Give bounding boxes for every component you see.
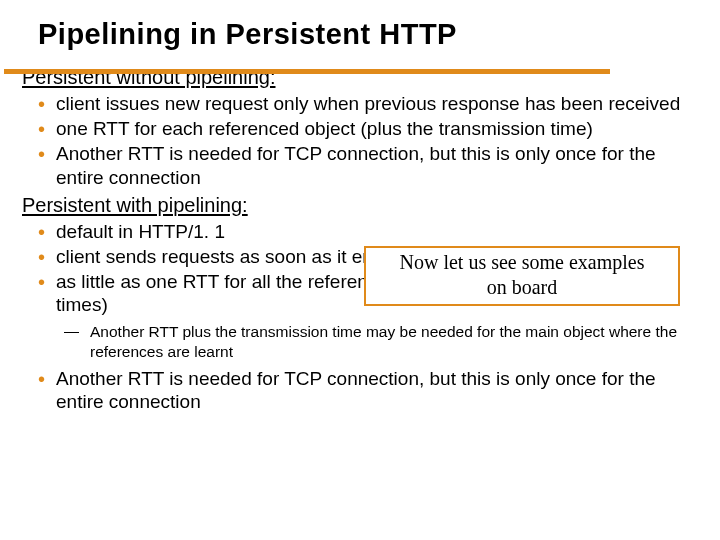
bullet-list-without: client issues new request only when prev… — [22, 92, 698, 189]
callout-box: Now let us see some examples on board — [364, 246, 680, 306]
list-item: client issues new request only when prev… — [56, 92, 698, 115]
section-heading-with: Persistent with pipelining: — [22, 193, 698, 218]
list-item: Another RTT is needed for TCP connection… — [56, 142, 698, 188]
list-item: default in HTTP/1. 1 — [56, 220, 698, 243]
list-item: one RTT for each referenced object (plus… — [56, 117, 698, 140]
sub-list-item: Another RTT plus the transmission time m… — [90, 322, 698, 361]
callout-line: on board — [372, 275, 672, 300]
slide: Pipelining in Persistent HTTP Persistent… — [0, 0, 720, 540]
title-rule — [4, 69, 610, 74]
list-item: Another RTT is needed for TCP connection… — [56, 367, 698, 413]
slide-title: Pipelining in Persistent HTTP — [38, 18, 698, 51]
bullet-list-with-cont: Another RTT is needed for TCP connection… — [22, 367, 698, 413]
sub-list: Another RTT plus the transmission time m… — [22, 322, 698, 361]
callout-line: Now let us see some examples — [372, 250, 672, 275]
